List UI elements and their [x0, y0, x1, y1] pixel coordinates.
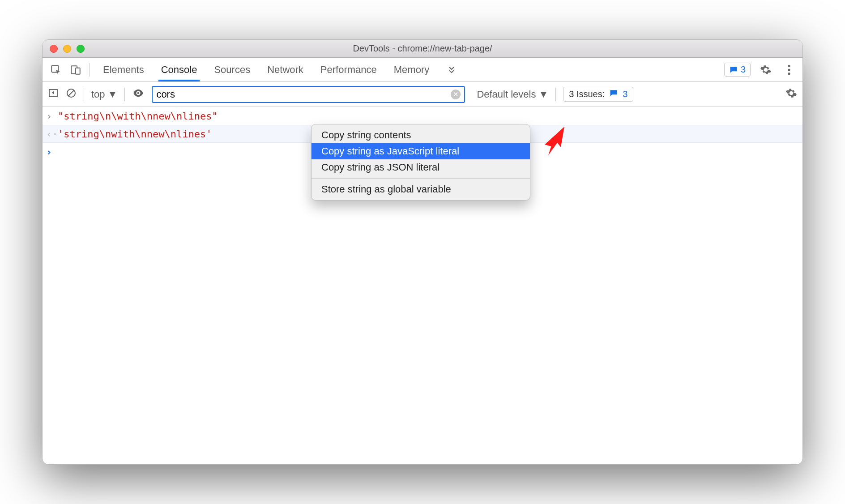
annotation-arrow-icon	[534, 121, 570, 159]
console-input-text: "string\n\with\nnew\nlines"	[58, 111, 218, 122]
tab-sources[interactable]: Sources	[214, 58, 250, 81]
more-tabs-button[interactable]	[446, 58, 457, 81]
console-settings-icon[interactable]	[785, 87, 797, 102]
tab-elements[interactable]: Elements	[103, 58, 144, 81]
console-toolbar: top ▼ ✕ Default levels ▼ 3 Issues:	[43, 82, 802, 107]
messages-count: 3	[741, 64, 746, 75]
chevron-down-icon: ▼	[108, 89, 118, 100]
menu-store-global-variable[interactable]: Store string as global variable	[312, 181, 530, 197]
clear-console-icon[interactable]	[66, 88, 77, 101]
filter-input-wrap: ✕	[152, 86, 465, 103]
titlebar: DevTools - chrome://new-tab-page/	[43, 40, 802, 58]
menu-copy-string-json-literal[interactable]: Copy string as JSON literal	[312, 159, 530, 175]
panel-tabs: Elements Console Sources Network Perform…	[103, 58, 457, 81]
menu-separator	[312, 178, 530, 179]
settings-icon[interactable]	[758, 62, 774, 78]
issues-label: 3 Issues:	[569, 89, 605, 99]
inspect-element-icon[interactable]	[48, 62, 64, 78]
window-title: DevTools - chrome://new-tab-page/	[43, 43, 802, 54]
output-arrow-icon: ‹·	[46, 128, 53, 140]
divider	[89, 63, 90, 77]
menu-copy-string-contents[interactable]: Copy string contents	[312, 127, 530, 143]
menu-copy-string-js-literal[interactable]: Copy string as JavaScript literal	[312, 143, 530, 159]
log-levels-selector[interactable]: Default levels ▼	[477, 89, 548, 100]
input-arrow-icon: ›	[46, 111, 53, 122]
tab-performance[interactable]: Performance	[320, 58, 377, 81]
message-icon	[609, 89, 618, 100]
tab-network[interactable]: Network	[267, 58, 303, 81]
devtools-window: DevTools - chrome://new-tab-page/ Elemen…	[42, 39, 803, 465]
sidebar-toggle-icon[interactable]	[48, 88, 59, 101]
chevron-down-icon: ▼	[538, 89, 548, 100]
divider	[84, 88, 84, 101]
context-menu: Copy string contents Copy string as Java…	[311, 124, 530, 201]
context-label: top	[91, 89, 105, 100]
svg-point-3	[788, 64, 790, 67]
svg-point-5	[788, 73, 790, 75]
console-body: › "string\n\with\nnew\nlines" ‹· 'string…	[43, 107, 802, 464]
svg-point-4	[788, 68, 790, 71]
issues-count: 3	[623, 89, 627, 99]
filter-input[interactable]	[156, 89, 451, 100]
messages-badge[interactable]: 3	[724, 63, 751, 77]
svg-rect-2	[76, 68, 80, 74]
context-selector[interactable]: top ▼	[91, 89, 117, 100]
device-toolbar-icon[interactable]	[68, 62, 84, 78]
issues-badge[interactable]: 3 Issues: 3	[563, 87, 633, 102]
console-output-text: 'string\nwith\nnew\nlines'	[58, 128, 212, 140]
panel-tabbar: Elements Console Sources Network Perform…	[43, 58, 802, 82]
tab-console[interactable]: Console	[161, 58, 197, 81]
divider	[124, 88, 125, 101]
more-options-icon[interactable]	[781, 62, 797, 78]
prompt-arrow-icon: ›	[46, 146, 53, 158]
live-expression-icon[interactable]	[132, 87, 145, 102]
divider	[555, 88, 556, 101]
clear-filter-icon[interactable]: ✕	[451, 90, 461, 99]
levels-label: Default levels	[477, 89, 536, 100]
console-input-line[interactable]: › "string\n\with\nnew\nlines"	[43, 107, 802, 125]
tab-memory[interactable]: Memory	[394, 58, 429, 81]
